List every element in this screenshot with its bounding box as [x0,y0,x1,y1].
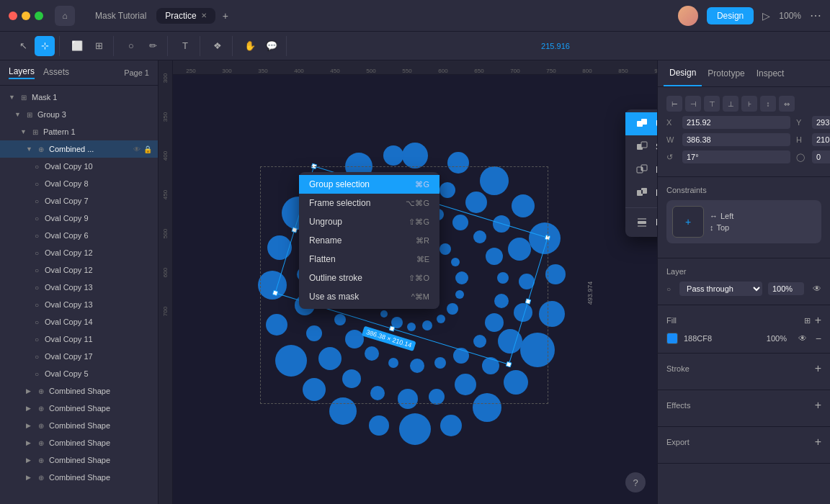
layer-group3[interactable]: ▼ ⊞ Group 3 [0,106,158,123]
h-input[interactable] [812,133,830,146]
section-tool[interactable]: ⊞ [89,36,109,56]
lock-icon[interactable]: 🔒 [143,145,152,153]
context-label-outline: Outline stroke [309,273,362,283]
shape-tool[interactable]: ○ [121,36,141,56]
layer-combined4-label: Combined Shape [49,421,152,430]
text-tool[interactable]: T [175,36,195,56]
align-right-button[interactable]: ⊤ [704,96,720,112]
layer-oval5[interactable]: ○ Oval Copy 5 [0,365,158,382]
align-bottom-button[interactable]: ↕ [760,96,776,112]
layer-combined2[interactable]: ▶ ⊕ Combined Shape [0,382,158,400]
tab-practice-close[interactable]: ✕ [201,12,207,19]
right-panel-tabs: Design Prototype Inspect [658,60,830,87]
layer-oval8[interactable]: ○ Oval Copy 8 [0,175,158,192]
align-center-v-button[interactable]: ⊦ [741,96,757,112]
select-tool[interactable]: ⊹ [35,36,55,56]
pen-tool[interactable]: ✏ [143,36,163,56]
boolean-exclude[interactable]: Exclude selection [625,181,657,204]
prototype-tab[interactable]: Prototype [702,61,750,86]
layer-combined7[interactable]: ▶ ⊕ Combined Shape [0,469,158,486]
context-item-frame-selection[interactable]: Frame selection ⌥⌘G [299,194,439,212]
more-options-button[interactable]: ⋯ [810,9,821,22]
fill-visibility-icon[interactable]: 👁 [798,333,807,343]
exclude-label: Exclude selection [656,188,657,198]
align-center-h-button[interactable]: ⊣ [685,96,701,112]
add-tab-button[interactable]: + [217,7,234,24]
canvas[interactable]: 250 300 350 400 450 500 550 600 650 700 … [159,60,657,504]
boolean-union[interactable]: Union selection [625,112,657,135]
layers-tab[interactable]: Layers [9,66,35,79]
maximize-button[interactable] [35,12,43,20]
add-stroke-button[interactable]: + [815,362,821,375]
boolean-intersect[interactable]: Intersect selection [625,158,657,181]
move-tool[interactable]: ↖ [13,36,33,56]
hand-tool[interactable]: ✋ [240,36,260,56]
group-icon: ⊞ [24,111,35,119]
align-left-button[interactable]: ⊢ [666,96,682,112]
layer-combined5[interactable]: ▶ ⊕ Combined Shape [0,434,158,451]
context-item-flatten[interactable]: Flatten ⌘E [299,250,439,269]
add-effects-button[interactable]: + [815,399,821,412]
y-input[interactable] [812,116,830,129]
layer-oval9[interactable]: ○ Oval Copy 9 [0,210,158,227]
layer-oval13b[interactable]: ○ Oval Copy 13 [0,296,158,313]
layer-oval7[interactable]: ○ Oval Copy 7 [0,192,158,210]
layer-mask1[interactable]: ▼ ⊞ Mask 1 [0,89,158,106]
layer-oval13a[interactable]: ○ Oval Copy 13 [0,279,158,296]
add-fill-button[interactable]: + [815,314,821,327]
help-button[interactable]: ? [625,472,646,492]
visibility-icon[interactable]: 👁 [133,145,140,153]
svg-point-25 [465,192,487,213]
play-button[interactable]: ▷ [762,10,770,22]
tab-practice[interactable]: Practice ✕ [156,8,215,24]
page-label[interactable]: Page 1 [124,68,149,77]
assets-tab[interactable]: Assets [43,67,69,78]
avatar[interactable] [678,6,698,26]
w-input[interactable] [682,133,790,146]
fill-grid-icon[interactable]: ⊞ [804,316,811,325]
combined-icon: ⊕ [36,456,46,464]
x-input[interactable] [682,116,790,129]
layer-combined[interactable]: ▼ ⊕ Combined ... 👁 🔒 [0,140,158,158]
visibility-toggle[interactable]: 👁 [813,284,821,294]
distribute-h-button[interactable]: ⇔ [779,96,795,112]
svg-point-72 [455,290,464,299]
layer-combined3[interactable]: ▶ ⊕ Combined Shape [0,400,158,417]
layer-oval12b[interactable]: ○ Oval Copy 12 [0,261,158,279]
context-item-use-as-mask[interactable]: Use as mask ^⌘M [299,287,439,306]
boolean-subtract[interactable]: Subtract selection [625,135,657,158]
remove-fill-button[interactable]: − [816,333,821,344]
opacity-input[interactable] [768,282,804,295]
component-tool[interactable]: ❖ [208,36,228,56]
design-tab[interactable]: Design [664,60,702,86]
inspect-tab[interactable]: Inspect [751,61,790,86]
layer-combined4[interactable]: ▶ ⊕ Combined Shape [0,417,158,434]
home-button[interactable]: ⌂ [55,6,75,26]
comment-tool[interactable]: 💬 [262,36,282,56]
frame-tool[interactable]: ⬜ [67,36,87,56]
context-item-ungroup[interactable]: Ungroup ⇧⌘G [299,212,439,231]
align-top-button[interactable]: ⊥ [723,96,738,112]
layer-oval10[interactable]: ○ Oval Copy 10 [0,158,158,175]
layer-oval12a[interactable]: ○ Oval Copy 12 [0,244,158,261]
svg-point-71 [455,271,468,284]
tab-mask-tutorial[interactable]: Mask Tutorial [86,8,155,24]
corner-input[interactable] [812,150,830,163]
share-button[interactable]: Design [707,7,754,24]
layer-oval6[interactable]: ○ Oval Copy 6 [0,227,158,244]
fill-color-swatch[interactable] [666,333,678,344]
minimize-button[interactable] [22,12,30,20]
boolean-flatten[interactable]: Flatten selection ⌘E [625,211,657,234]
layer-oval14[interactable]: ○ Oval Copy 14 [0,313,158,330]
layer-combined6[interactable]: ▶ ⊕ Combined Shape [0,451,158,469]
rotation-input[interactable] [682,150,790,163]
context-item-group-selection[interactable]: Group selection ⌘G [299,175,439,194]
layer-oval17[interactable]: ○ Oval Copy 17 [0,348,158,365]
layer-pattern1[interactable]: ▼ ⊞ Pattern 1 [0,123,158,140]
context-item-outline-stroke[interactable]: Outline stroke ⇧⌘O [299,269,439,287]
context-item-rename[interactable]: Rename ⌘R [299,231,439,250]
blend-mode-select[interactable]: Pass through Normal Multiply [679,282,762,296]
layer-oval11[interactable]: ○ Oval Copy 11 [0,330,158,348]
add-export-button[interactable]: + [815,436,821,449]
close-button[interactable] [9,12,17,20]
